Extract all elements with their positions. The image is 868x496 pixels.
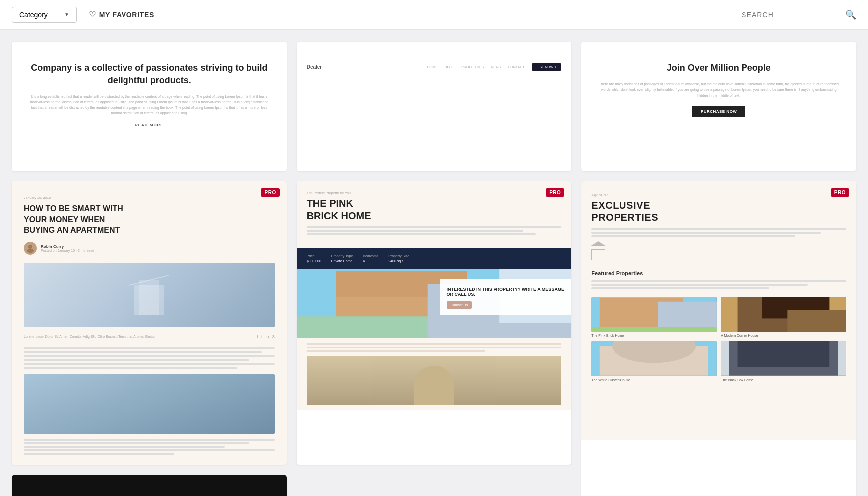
card-join[interactable]: Join Over Million People There are many … [581,42,856,171]
card-white-company[interactable]: Company is a collective of passionates s… [12,42,287,171]
text-line [307,343,562,345]
featured-properties-label: Featured Properties [591,270,846,276]
exclusive-tagline: Agent No. [591,193,846,197]
twitter-icon[interactable]: t [261,334,263,339]
card-dealer-nav[interactable]: Dealer HOME BLOG PROPERTIES NEWS CONTACT… [297,42,572,171]
pro-badge-exclusive: PRO [831,188,849,197]
blog-footer-lines [24,439,275,455]
property-contact-overlay: INTERESTED IN THIS PROPERTY? WRITE A MES… [440,279,572,315]
read-more-white[interactable]: READ MORE [27,123,272,127]
template-grid: Company is a collective of passionates s… [0,30,868,496]
text-line [24,446,225,448]
property-filters: Price $000,000 Property Type Private Hom… [307,254,562,263]
filter-price-value: $000,000 [307,259,321,263]
purchase-button[interactable]: PURCHASE NOW [692,106,745,117]
share-count: 3 [272,334,275,339]
filter-type-value: Private Home [331,259,353,263]
card-exclusive-properties[interactable]: PRO Agent No. EXCLUSIVEPROPERTIES Featur… [581,181,856,496]
exclusive-desc-lines [591,228,846,237]
svg-rect-25 [738,341,830,367]
text-line [307,347,562,348]
pro-badge-blog: PRO [261,188,279,197]
overlay-title: INTERESTED IN THIS PROPERTY? WRITE A MES… [447,287,565,297]
prop-name-1: The Pink Brick Home [591,334,717,337]
company-title-white: Company is a collective of passionates s… [27,62,272,87]
join-title: Join Over Million People [596,62,841,74]
text-line [591,232,821,234]
filter-type: Property Type Private Home [331,254,353,263]
text-line [24,453,174,455]
card-blog-article[interactable]: PRO January 10, 2018 HOW TO BE SMART WIT… [12,181,287,465]
arch-shape [414,366,454,405]
property-bottom-area [297,338,572,410]
category-dropdown[interactable]: Category ▼ [12,7,77,23]
dealer-cta-button[interactable]: LIST NOW + [532,63,562,71]
text-line [591,235,795,237]
prop-name-4: The Black Box Home [721,378,846,382]
svg-point-1 [27,249,34,253]
text-line [24,442,249,444]
text-line [307,233,536,235]
dealer-logo: Dealer [307,64,322,70]
arch-image [307,356,562,405]
filter-size-value: 2400 sq.f [388,259,409,263]
blog-content: January 10, 2018 HOW TO BE SMART WITH YO… [12,181,287,465]
property-filters-bar: Price $000,000 Property Type Private Hom… [297,248,572,269]
nav-item-contact[interactable]: CONTACT [508,65,524,69]
property-thumb-2[interactable]: A Modern Corner House [721,297,846,337]
card-property-listing[interactable]: PRO The Perfect Property for You THE PIN… [297,181,572,465]
property-header: The Perfect Property for You THE PINKBRI… [297,181,572,248]
contact-lines [307,343,562,352]
linkedin-icon[interactable]: in [266,334,269,339]
nav-item-properties[interactable]: PROPERTIES [461,65,484,69]
favorites-button[interactable]: ♡ MY FAVORITES [89,10,154,19]
property-thumb-3[interactable]: The White Curved House [591,341,717,382]
property-thumb-1[interactable]: The Pink Brick Home [591,297,717,337]
blog-date: January 10, 2018 [24,196,275,199]
blog-social-text: Lorem Ipsum Dolor Sit Amet, Conetur Adig… [24,335,254,338]
property-image-modern-corner [721,297,846,332]
blog-author: Robin Curry Posted on January 10 · 3 min… [24,242,275,255]
svg-point-0 [28,245,32,249]
svg-rect-22 [591,376,717,376]
blog-main-image [24,263,275,327]
search-input[interactable] [742,11,841,19]
white-company-content: Company is a collective of passionates s… [12,42,287,171]
filter-type-label: Property Type [331,254,353,258]
blog-social-area: Lorem Ipsum Dolor Sit Amet, Conetur Adig… [24,334,275,339]
author-meta: Posted on January 10 · 3 min read [41,249,94,252]
search-area: 🔍 [742,9,856,20]
facebook-icon[interactable]: f [257,334,259,339]
dark-company-content: Company is a collective of passionates s… [12,475,287,496]
text-line [591,280,846,282]
text-line [591,228,846,230]
search-icon[interactable]: 🔍 [845,9,856,20]
nav-item-news[interactable]: NEWS [491,65,501,69]
join-content: Join Over Million People There are many … [581,42,856,141]
card-dark-company[interactable]: Company is a collective of passionates s… [12,475,287,496]
properties-thumbnails: The Pink Brick Home A Modern Corner Hous… [591,297,846,382]
text-line [24,439,275,441]
property-content: The Perfect Property for You THE PINKBRI… [297,181,572,410]
exclusive-content: Agent No. EXCLUSIVEPROPERTIES Featured P… [581,181,856,440]
property-thumb-4[interactable]: The Black Box Home [721,341,846,382]
favorites-label: MY FAVORITES [99,11,154,19]
join-body: There are many variations of passages of… [596,81,841,98]
author-avatar [24,242,37,255]
top-bar: Category ▼ ♡ MY FAVORITES 🔍 [0,0,868,30]
property-desc-lines [307,226,562,235]
nav-item-blog[interactable]: BLOG [445,65,454,69]
contact-us-button[interactable]: Contact Us [447,301,472,309]
filter-price: Price $000,000 [307,254,321,263]
text-line [307,226,562,228]
property-image-pink-brick [591,297,717,332]
svg-rect-18 [787,310,846,332]
property-title: THE PINKBRICK HOME [307,198,562,222]
category-label: Category [19,11,48,19]
dealer-navbar: Dealer HOME BLOG PROPERTIES NEWS CONTACT… [297,54,572,80]
text-line [24,449,275,451]
nav-item-home[interactable]: HOME [427,65,438,69]
property-image-area: INTERESTED IN THIS PROPERTY? WRITE A MES… [297,269,572,338]
house-icon [591,245,606,260]
company-body-white: It is a long established fact that a rea… [27,94,272,116]
